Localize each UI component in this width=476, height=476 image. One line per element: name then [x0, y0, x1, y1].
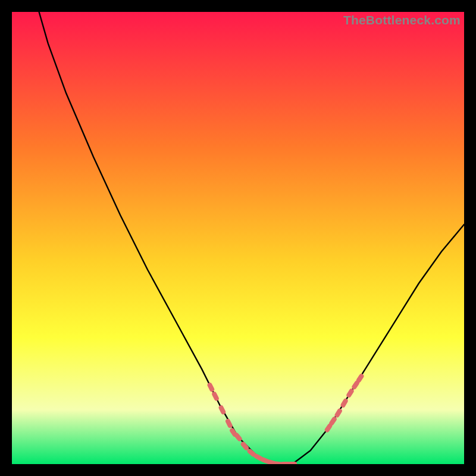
chart-frame: TheBottleneck.com: [12, 12, 464, 464]
watermark-text: TheBottleneck.com: [343, 13, 461, 27]
gradient-background: [12, 12, 464, 464]
bottleneck-chart: [12, 12, 464, 464]
curve-marker: [287, 462, 297, 464]
